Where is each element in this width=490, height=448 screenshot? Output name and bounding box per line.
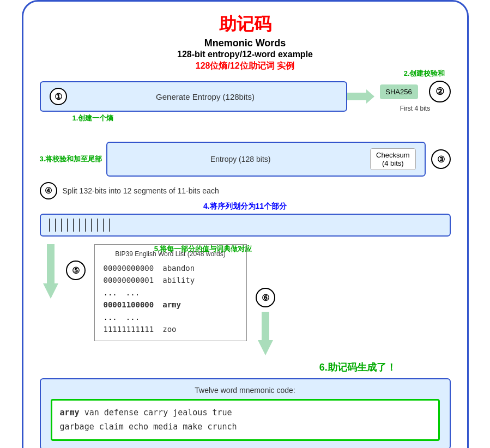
title-en: Mnemonic Words [40, 38, 451, 49]
step6-circle: ⑥ [256, 288, 275, 307]
bit-divider [79, 219, 80, 232]
arrow-to-sha [347, 88, 374, 105]
sha256-label: SHA256 [385, 88, 412, 96]
step4-text: Split 132-bits into 12 segments of 11-bi… [63, 186, 219, 195]
sha256-box: SHA256 [380, 84, 418, 99]
bit-divider [103, 219, 104, 232]
dots-words-2: ... [126, 311, 140, 323]
wordlist-row-zoo: 11111111111 zoo [104, 323, 238, 335]
mnemonic-label: Twelve word mnemonic code: [51, 386, 440, 395]
entropy-label: Entropy (128 bits) [116, 155, 365, 164]
mnemonic-bold-word: army [60, 408, 80, 417]
bit-divider [97, 219, 98, 232]
wordlist-row-dots2: ... ... [104, 311, 238, 323]
mnemonic-code-box: army van defense carry jealous truegarba… [51, 399, 440, 441]
left-flow-arrow [40, 244, 62, 299]
title-cn: 助记码 [40, 13, 451, 37]
step3-box: Entropy (128 bits) Checksum(4 bits) [106, 142, 425, 177]
step2-right: SHA256 ② First 4 bits [380, 81, 451, 112]
subtitle-cn: 128位熵/12位助记词 实例 [40, 60, 451, 72]
annotation-2: 2.创建校验和 [404, 69, 445, 78]
right-flow-arrow: ⑥ [255, 288, 276, 355]
main-container: 助记码 Mnemonic Words 128-bit entropy/12-wo… [22, 0, 469, 448]
bit-divider [91, 219, 92, 232]
svg-marker-2 [258, 340, 273, 355]
dots-words-1: ... [126, 287, 140, 299]
wordlist-row-army: 00001100000 army [104, 299, 238, 311]
step1-label: Generate Entropy (128bits) [74, 92, 337, 101]
step3-circle: ③ [431, 149, 451, 169]
bit-divider [109, 219, 110, 232]
step1-circle: ① [50, 88, 67, 105]
wordlist-row-2: 00000000001 ability [104, 274, 238, 286]
word-1: abandon [162, 262, 195, 274]
step1-box: ① Generate Entropy (128bits) [40, 81, 347, 112]
bit-divider [85, 219, 86, 232]
bit-segments-box [40, 214, 451, 237]
annotation-4: 4.将序列划分为11个部分 [40, 202, 451, 211]
bits-zoo: 11111111111 [104, 323, 154, 335]
bit-divider [73, 219, 74, 232]
annotation-3: 3.将校验和加至尾部 [40, 154, 102, 164]
word-2: ability [162, 274, 195, 286]
first4-bits: First 4 bits [400, 105, 430, 112]
word-zoo: zoo [162, 323, 176, 335]
subtitle-en: 128-bit entropy/12-word example [40, 50, 451, 59]
bits-army: 00001100000 [104, 299, 154, 311]
bits-1: 00000000000 [104, 262, 154, 274]
mnemonic-rest: van defense carry jealous truegarbage cl… [60, 408, 237, 432]
step5-circle: ⑤ [66, 261, 86, 280]
annotation-1: 1.创建一个熵 [72, 113, 114, 123]
wordlist-row-dots1: ... ... [104, 287, 238, 299]
step1-2-row: ① Generate Entropy (128bits) SHA256 ② Fi… [40, 81, 451, 112]
bit-divider [55, 219, 56, 232]
bits-2: 00000000001 [104, 274, 154, 286]
annotation-5: 5.将每一部分的值与词典做对应 [154, 244, 252, 254]
step4-circle: ④ [40, 182, 57, 199]
step5-row: ⑤ BIP39 English Word List (2048 words) 0… [40, 244, 451, 355]
step2-circle: ② [429, 81, 451, 102]
annotation-6: 6.助记码生成了！ [319, 361, 396, 374]
step3-row: 3.将校验和加至尾部 Entropy (128 bits) Checksum(4… [40, 142, 451, 177]
mnemonic-outer: Twelve word mnemonic code: army van defe… [40, 378, 451, 448]
bit-divider [61, 219, 62, 232]
checksum-box: Checksum(4 bits) [370, 148, 415, 170]
wordlist-box: BIP39 English Word List (2048 words) 000… [94, 244, 247, 341]
dots-bits-2: ... [104, 311, 117, 323]
checksum-label: Checksum(4 bits) [376, 151, 409, 167]
bit-divider [67, 219, 68, 232]
wordlist-row-1: 00000000000 abandon [104, 262, 238, 274]
step4-label-row: ④ Split 132-bits into 12 segments of 11-… [40, 182, 451, 199]
word-army: army [162, 299, 181, 311]
svg-marker-0 [347, 89, 374, 104]
bit-divider [49, 219, 50, 232]
step6-row: 6.助记码生成了！ [40, 361, 451, 374]
wordlist-wrapper: BIP39 English Word List (2048 words) 000… [94, 244, 247, 341]
svg-marker-1 [43, 283, 58, 299]
dots-bits-1: ... [104, 287, 117, 299]
